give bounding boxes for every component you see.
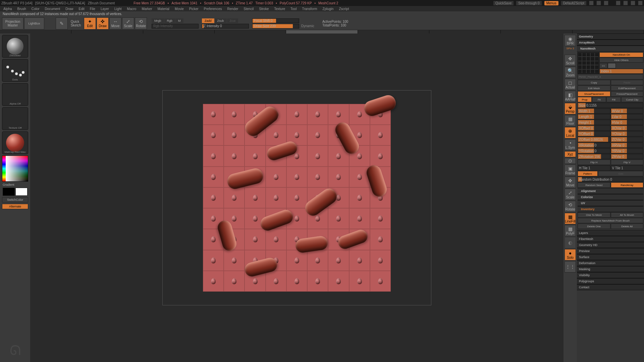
all-to-brush-button[interactable]: All To Brush	[611, 212, 644, 218]
height-slider[interactable]: Height 1	[578, 120, 610, 125]
delete-all-button[interactable]: Delete All	[611, 224, 644, 229]
fibermesh-header[interactable]: FiberMesh	[577, 236, 644, 242]
menu-texture[interactable]: Texture	[272, 7, 287, 11]
contact-header[interactable]: Contact	[577, 284, 644, 290]
randarray-button[interactable]: RandArray	[611, 182, 644, 188]
wvar-slider[interactable]: WVar 0	[611, 108, 644, 114]
canvas[interactable]	[30, 34, 564, 362]
colorize-header[interactable]: Colorize	[578, 194, 643, 200]
menu-draw[interactable]: Draw	[63, 7, 75, 11]
edit-placement-button[interactable]: EditPlacement	[611, 85, 644, 91]
window-max-icon[interactable]	[596, 1, 601, 5]
flip-v-button[interactable]: Flip V	[611, 160, 644, 165]
yrotation-slider[interactable]: YRotation 0	[578, 148, 610, 154]
shelf-bar[interactable]	[0, 30, 644, 34]
alignment-header[interactable]: Alignment	[578, 188, 643, 194]
floor-button[interactable]: ▦Floor	[565, 115, 576, 126]
geometryhd-header[interactable]: Geometry HD	[577, 242, 644, 248]
lightbox-button[interactable]: LightBox	[24, 17, 44, 29]
app-restore-icon[interactable]	[623, 1, 628, 5]
inventory-header[interactable]: Inventory	[578, 206, 643, 212]
persp-button[interactable]: ⬙Persp	[565, 103, 576, 114]
window-min-icon[interactable]	[589, 1, 594, 5]
fit-button[interactable]: Fit	[592, 97, 606, 102]
menu-transform[interactable]: Transform	[300, 7, 319, 11]
one-to-mesh-button[interactable]: One To Mesh	[578, 212, 610, 218]
hvar-slider[interactable]: HVar 0	[611, 120, 644, 125]
menu-zplugin[interactable]: Zplugin	[321, 7, 336, 11]
replace-nanomesh-button[interactable]: Replace NanoMesh From Brush	[578, 218, 643, 223]
visibility-header[interactable]: Visibility	[577, 272, 644, 278]
xpose-button[interactable]: ⋮⋮	[565, 261, 576, 273]
app-max-icon[interactable]	[631, 1, 635, 5]
prop-button[interactable]: Prop	[578, 97, 592, 102]
scale-mode-button[interactable]: ⤢Scale	[122, 17, 134, 29]
show-placement-button[interactable]: ShowPlacement	[578, 91, 610, 97]
scale-view-button[interactable]: ⤢Scale	[565, 189, 576, 200]
random-seed-button[interactable]: Random Seed	[578, 182, 610, 188]
rgb-button[interactable]: Rgb	[164, 18, 175, 23]
m-button[interactable]: M	[175, 18, 183, 23]
transp-button[interactable]: ◐	[565, 237, 576, 248]
surface-header[interactable]: Surface	[577, 254, 644, 260]
yrvar-slider[interactable]: YRVar 0	[611, 148, 644, 154]
uv-header[interactable]: UV	[578, 200, 643, 206]
move-mode-button[interactable]: ↔Move	[109, 17, 121, 29]
layers-header[interactable]: Layers	[577, 230, 644, 236]
nanomesh-thumbnail[interactable]	[578, 52, 599, 74]
draw-mode-button[interactable]: ✜Draw	[97, 17, 109, 29]
prev-index-button[interactable]: <<	[599, 63, 607, 68]
rotate-mode-button[interactable]: ⟲Rotate	[135, 17, 147, 29]
menu-render[interactable]: Render	[225, 7, 240, 11]
random-distribution-slider[interactable]: Random Distribution 0	[578, 177, 643, 182]
alternate-button[interactable]: Alternate	[2, 204, 28, 209]
flip-h-button[interactable]: Flip H	[578, 160, 610, 165]
lsym-button[interactable]: ⦁L.Sym	[565, 139, 576, 150]
menu-tool[interactable]: Tool	[288, 7, 299, 11]
masking-header[interactable]: Masking	[577, 266, 644, 272]
rgb-intensity-slider[interactable]: Rgb Intensity	[152, 24, 199, 28]
stroke-well[interactable]: Dots	[2, 59, 28, 82]
menu-file[interactable]: File	[88, 7, 97, 11]
brush-well[interactable]: ZModeler	[2, 35, 28, 58]
menu-macro[interactable]: Macro	[125, 7, 139, 11]
index-slider[interactable]: Index 1	[599, 69, 643, 74]
z-intensity-slider[interactable]: Z Intensity 0	[202, 24, 249, 28]
menu-edit[interactable]: Edit	[77, 7, 87, 11]
nanomesh-plane[interactable]	[203, 104, 391, 292]
menu-zscript[interactable]: Zscript	[337, 7, 351, 11]
focal-shift-slider[interactable]: Focal Shift 0	[252, 18, 299, 23]
app-min-icon[interactable]	[616, 1, 621, 5]
color-picker[interactable]	[2, 156, 28, 182]
window-close-icon[interactable]	[604, 1, 608, 5]
gradient-label[interactable]: Gradient	[1, 183, 14, 186]
freeze-placement-button[interactable]: FreezePlacement	[611, 91, 644, 97]
preview-header[interactable]: Preview	[577, 248, 644, 254]
menu-alpha[interactable]: Alpha	[1, 7, 14, 11]
menu-document[interactable]: Document	[43, 7, 62, 11]
switchcolor-button[interactable]: SwitchColor	[2, 197, 28, 202]
menu-brush[interactable]: Brush	[15, 7, 28, 11]
fill-button[interactable]: Fill	[606, 97, 621, 102]
center-button[interactable]: ⊙	[565, 158, 576, 164]
pattern-button[interactable]: Pattern	[578, 171, 598, 176]
xoffset-slider[interactable]: XOffset 0	[578, 125, 610, 131]
hide-others-button[interactable]: Hide Others	[599, 58, 643, 63]
zoffset-slider[interactable]: ZOffset 0.88026	[578, 137, 610, 142]
next-index-button[interactable]	[608, 63, 616, 68]
menu-stroke[interactable]: Stroke	[257, 7, 271, 11]
zadd-button[interactable]: Zadd	[202, 18, 214, 23]
zoom-button[interactable]: 🔍Zoom	[565, 67, 576, 78]
edit-mesh-button[interactable]: Edit Mesh	[578, 85, 610, 91]
alpha-well[interactable]: Alpha Off	[2, 83, 28, 106]
zcut-button[interactable]: Zcut	[227, 18, 238, 23]
bpr-button[interactable]: ◉BPR	[565, 35, 576, 46]
scroll-button[interactable]: ✥Scroll	[565, 55, 576, 66]
geometry-header[interactable]: Geometry	[577, 34, 644, 40]
zsub-button[interactable]: Zsub	[215, 18, 227, 23]
rotate-view-button[interactable]: ⟲Rotate	[565, 201, 576, 212]
zrotation-slider[interactable]: ZRotation 156	[578, 154, 610, 159]
defaultzscript-button[interactable]: DefaultZScript	[561, 1, 586, 5]
app-close-icon[interactable]	[638, 1, 643, 5]
menu-color[interactable]: Color	[30, 7, 42, 11]
